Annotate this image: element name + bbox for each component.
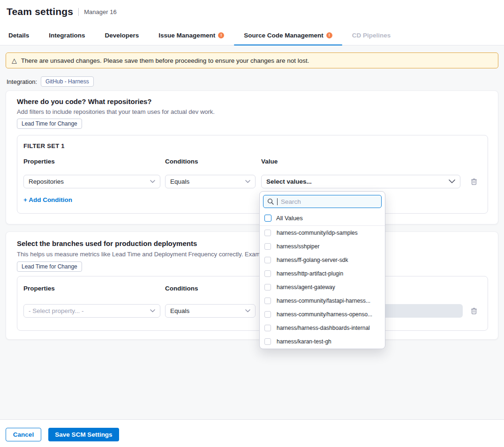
value-multiselect-placeholder: Select values... xyxy=(266,178,312,185)
checkbox-unchecked-icon[interactable] xyxy=(264,230,271,236)
repo-option-row[interactable]: harness-community/fastapi-harness... xyxy=(260,294,385,307)
branches-card-title: Select the branches used for production … xyxy=(17,239,197,247)
chevron-down-icon xyxy=(245,309,250,313)
repositories-card-title: Where do you code? What repositories? xyxy=(17,97,152,105)
checkbox-unchecked-icon[interactable] xyxy=(264,243,271,250)
repo-option-label: harness-community/fastapi-harness... xyxy=(277,298,370,304)
tab-label: Issue Management xyxy=(158,32,215,39)
branch-filter-set: Properties Conditions - Select property.… xyxy=(17,276,488,331)
repo-option-label: harness/sshpiper xyxy=(277,243,319,250)
tab-issue-management[interactable]: Issue Management ! xyxy=(149,26,234,45)
repo-option-row[interactable]: harness/karan-test-gh xyxy=(260,335,385,348)
all-values-row[interactable]: All Values xyxy=(260,211,385,226)
repo-option-row[interactable]: harness-community/harness-openso... xyxy=(260,307,385,321)
value-multiselect[interactable]: Select values... xyxy=(261,175,460,188)
conditions-column-label: Conditions xyxy=(165,285,198,292)
branch-condition-select[interactable]: Equals xyxy=(165,304,256,318)
condition-select-value: Equals xyxy=(170,178,189,185)
branches-card: Select the branches used for production … xyxy=(6,231,498,340)
repo-option-row[interactable]: harness/ff-golang-server-sdk xyxy=(260,253,385,267)
add-condition-button[interactable]: + Add Condition xyxy=(23,196,72,203)
text-caret xyxy=(277,198,278,205)
checkbox-unchecked-icon[interactable] xyxy=(264,325,271,331)
warning-badge-icon: ! xyxy=(218,32,224,38)
checkbox-unchecked-icon[interactable] xyxy=(264,338,271,345)
dropdown-search-wrap xyxy=(260,192,385,211)
repositories-card: Where do you code? What repositories? Ad… xyxy=(6,90,498,224)
lead-time-tag: Lead Time for Change xyxy=(17,261,82,272)
repo-option-row[interactable]: harness-community/idp-samples xyxy=(260,226,385,239)
branch-property-select[interactable]: - Select property... - xyxy=(23,304,160,318)
filter-set-title: FILTER SET 1 xyxy=(23,142,65,149)
repo-option-label: harness/agent-gateway xyxy=(277,284,335,291)
dropdown-search-box xyxy=(263,195,382,208)
repositories-card-subtitle: Add filters to include repositories that… xyxy=(17,108,215,115)
lead-time-tag: Lead Time for Change xyxy=(17,119,82,129)
tab-label: Source Code Management xyxy=(244,32,323,39)
properties-column-label: Properties xyxy=(23,158,55,165)
chevron-down-icon xyxy=(150,180,155,183)
tab-developers[interactable]: Developers xyxy=(95,26,149,45)
repo-option-label: harness-community/idp-samples xyxy=(277,230,358,236)
search-icon xyxy=(267,198,274,205)
page-title: Team settings xyxy=(7,6,73,17)
tab-source-code-management[interactable]: Source Code Management ! xyxy=(234,26,342,45)
tab-label: Developers xyxy=(105,32,139,39)
all-values-label: All Values xyxy=(276,215,303,222)
page-subtitle: Manager 16 xyxy=(78,8,116,16)
cancel-button[interactable]: Cancel xyxy=(6,428,41,441)
checkbox-unchecked-icon[interactable] xyxy=(264,284,271,291)
search-input[interactable] xyxy=(281,198,377,205)
value-column-label: Value xyxy=(261,158,278,165)
branch-condition-value: Equals xyxy=(170,307,189,314)
repo-option-label: harness/http-artifact-plugin xyxy=(277,270,343,277)
checkbox-unchecked-icon[interactable] xyxy=(264,270,271,277)
chevron-down-icon xyxy=(245,180,250,183)
property-select-value: Repositories xyxy=(29,178,64,185)
repo-option-row[interactable]: harness/sshpiper xyxy=(260,239,385,253)
footer-bar: Cancel Save SCM Settings xyxy=(0,419,504,447)
filter-set-1: FILTER SET 1 Properties Conditions Value… xyxy=(17,135,488,214)
tab-bar: Details Integrations Developers Issue Ma… xyxy=(0,26,504,45)
branches-card-subtitle: This helps us measure metrics like Lead … xyxy=(17,251,277,258)
values-dropdown: All Values harness-community/idp-samples… xyxy=(259,191,385,349)
tab-integrations[interactable]: Integrations xyxy=(39,26,95,45)
tab-label: Details xyxy=(8,32,29,39)
repo-option-label: harness/ff-golang-server-sdk xyxy=(277,257,348,263)
repo-option-label: harness/harness-dashboards-internal xyxy=(277,325,370,331)
chevron-down-icon xyxy=(150,309,155,313)
repo-option-label: harness-community/harness-openso... xyxy=(277,311,372,318)
save-scm-settings-button[interactable]: Save SCM Settings xyxy=(48,428,119,441)
checkbox-unchecked-icon[interactable] xyxy=(264,257,271,263)
banner-text: There are unsaved changes. Please save t… xyxy=(21,57,309,64)
condition-select[interactable]: Equals xyxy=(165,175,256,188)
tab-label: CD Pipelines xyxy=(352,32,391,39)
checkbox-unchecked-icon[interactable] xyxy=(264,215,271,222)
integration-label: Integration: xyxy=(7,78,37,85)
trash-icon xyxy=(470,178,478,186)
checkbox-unchecked-icon[interactable] xyxy=(264,311,271,318)
tab-label: Integrations xyxy=(49,32,85,39)
repo-option-row[interactable]: harness/… xyxy=(260,348,385,349)
delete-filter-button[interactable] xyxy=(470,306,478,315)
warning-badge-icon: ! xyxy=(326,32,332,38)
tab-details[interactable]: Details xyxy=(8,26,39,45)
delete-filter-button[interactable] xyxy=(470,177,478,186)
trash-icon xyxy=(470,307,478,315)
properties-column-label: Properties xyxy=(23,285,55,292)
integration-chip[interactable]: GitHub - Harness xyxy=(41,76,94,87)
page-header: Team settings Manager 16 xyxy=(7,6,117,17)
checkbox-unchecked-icon[interactable] xyxy=(264,298,271,304)
unsaved-changes-banner: △︎ There are unsaved changes. Please sav… xyxy=(6,52,498,68)
integration-row: Integration: GitHub - Harness xyxy=(7,76,94,87)
warning-triangle-icon: △︎ xyxy=(12,57,17,64)
tab-cd-pipelines: CD Pipelines xyxy=(342,26,401,45)
chevron-down-icon xyxy=(449,179,455,184)
repo-option-row[interactable]: harness/http-artifact-plugin xyxy=(260,267,385,280)
values-dropdown-options: harness-community/idp-samples harness/ss… xyxy=(260,226,385,349)
repo-option-row[interactable]: harness/harness-dashboards-internal xyxy=(260,321,385,335)
conditions-column-label: Conditions xyxy=(165,158,198,165)
branch-property-placeholder: - Select property... - xyxy=(29,307,84,314)
property-select[interactable]: Repositories xyxy=(23,175,160,188)
repo-option-row[interactable]: harness/agent-gateway xyxy=(260,280,385,294)
